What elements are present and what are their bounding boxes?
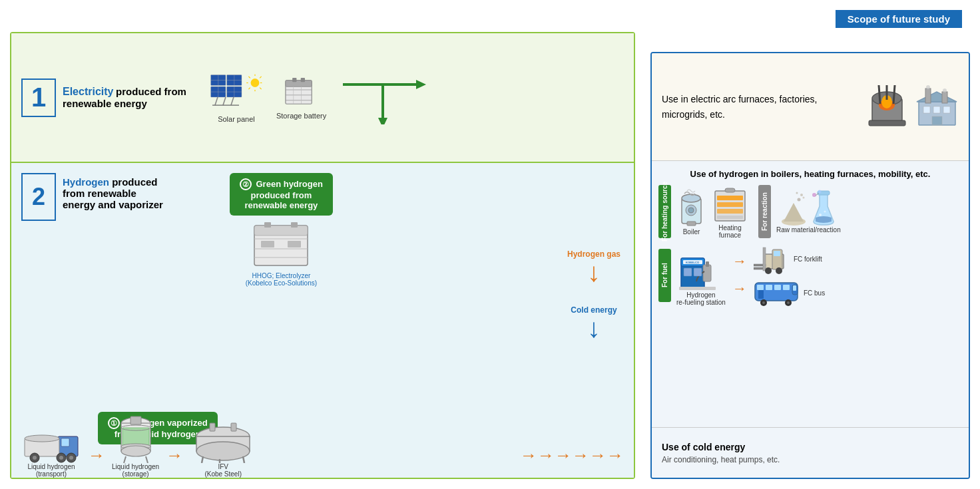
svg-rect-46 [288, 241, 301, 247]
vehicles-column: FC forklift [754, 244, 825, 306]
flask-icon [810, 190, 837, 226]
heating-row: For heating source [658, 184, 962, 239]
bottom-transport-row: Liquid hydrogen(transport) → [11, 413, 634, 478]
svg-rect-26 [286, 81, 312, 86]
boiler-icon [676, 188, 706, 228]
svg-point-55 [69, 456, 73, 460]
section1-number: 1 [21, 79, 56, 117]
svg-point-110 [819, 214, 822, 216]
boiler-label: Boiler [683, 228, 700, 236]
svg-rect-33 [301, 78, 305, 82]
boiler-item: Boiler [676, 188, 706, 236]
svg-point-16 [251, 79, 260, 87]
svg-rect-89 [933, 106, 940, 113]
svg-rect-138 [783, 285, 790, 290]
svg-rect-123 [679, 287, 716, 290]
forklift-item: FC forklift [754, 244, 825, 274]
svg-line-13 [231, 97, 234, 105]
ifv-label: IFV(Kobe Steel) [204, 463, 242, 478]
svg-rect-90 [943, 106, 950, 113]
svg-line-65 [146, 456, 148, 463]
bus-item: FC bus [754, 279, 825, 306]
svg-rect-81 [869, 120, 905, 126]
scope-middle: Use of hydrogen in boilers, heating furn… [652, 161, 969, 428]
svg-rect-63 [130, 416, 141, 424]
svg-point-143 [787, 301, 790, 304]
forklift-icon [754, 244, 790, 274]
svg-rect-101 [717, 216, 743, 219]
svg-point-96 [688, 208, 694, 213]
svg-rect-84 [925, 88, 931, 103]
svg-rect-102 [725, 188, 735, 192]
arrow3: →→→→→→ [263, 445, 624, 466]
svg-rect-134 [793, 285, 796, 291]
svg-point-131 [776, 267, 782, 274]
svg-line-21 [248, 77, 250, 78]
svg-point-86 [926, 85, 930, 89]
factory-icon [915, 85, 959, 128]
hhog-label: HHOG; Electrolyzer(Kobelco Eco-Solutions… [246, 272, 317, 287]
svg-point-93 [682, 194, 700, 202]
svg-line-12 [215, 97, 218, 105]
svg-rect-91 [932, 116, 942, 125]
bus-icon [754, 279, 800, 306]
section1: 1 Electricity produced fromrenewable ene… [11, 33, 634, 163]
svg-rect-44 [291, 222, 298, 228]
svg-rect-98 [717, 196, 743, 200]
scope-top: Use in electric arc furnaces, factories,… [652, 53, 969, 161]
svg-rect-126 [774, 251, 780, 256]
truck-item: Liquid hydrogen(transport) [21, 426, 81, 478]
svg-point-141 [762, 301, 765, 304]
raw-material-item: Raw material/reaction [776, 190, 841, 234]
battery-icon-group: Storage battery [276, 75, 326, 120]
svg-rect-48 [61, 438, 69, 446]
battery-label: Storage battery [276, 112, 326, 120]
section2-title: Hydrogen producedfrom renewableenergy an… [63, 176, 163, 210]
cold-energy-arrow: ↓ [587, 315, 601, 341]
left-section: 1 Electricity produced fromrenewable ene… [10, 32, 635, 479]
station-item: KOBELCO Hydrogenre-fueling station [676, 245, 726, 306]
svg-line-71 [202, 456, 203, 463]
svg-marker-35 [416, 80, 426, 89]
svg-rect-85 [942, 92, 947, 103]
right-section: Use in electric arc furnaces, factories,… [650, 52, 970, 479]
svg-point-113 [818, 190, 821, 194]
svg-rect-137 [774, 285, 781, 290]
scope-top-text: Use in electric arc furnaces, factories,… [662, 92, 859, 122]
svg-point-62 [121, 446, 150, 456]
heating-furnace-label: Heatingfurnace [718, 224, 741, 239]
svg-point-53 [59, 456, 63, 460]
svg-rect-119 [703, 265, 711, 281]
tank-icon [116, 413, 156, 463]
svg-rect-70 [231, 423, 236, 431]
svg-marker-37 [378, 118, 387, 124]
arrow1: → [88, 445, 105, 466]
heating-source-label: For heating source [658, 185, 671, 238]
svg-rect-69 [210, 423, 215, 431]
electrolyzer-icon [248, 219, 314, 272]
svg-marker-104 [784, 203, 804, 222]
svg-marker-83 [917, 92, 957, 102]
arrows-column: Hydrogen gas ↓ Cold energy ↓ [567, 170, 620, 341]
svg-rect-135 [757, 285, 764, 290]
svg-rect-139 [758, 290, 764, 299]
ifv-item: IFV(Kobe Steel) [190, 420, 256, 478]
liquid-h2-transport-label: Liquid hydrogen(transport) [27, 463, 75, 478]
cold-energy-sub: Air conditioning, heat pumps, etc. [662, 455, 959, 464]
t-arrow-icon [343, 71, 436, 124]
svg-rect-94 [687, 222, 696, 226]
svg-point-111 [824, 211, 826, 213]
solar-panel-icon-group: Solar panel [210, 72, 263, 123]
arrow-to-bus: → [732, 280, 747, 297]
svg-line-72 [243, 456, 244, 463]
svg-point-68 [196, 442, 250, 460]
svg-rect-122 [694, 268, 702, 276]
svg-line-14 [223, 97, 226, 105]
scope-middle-title: Use of hydrogen in boilers, heating furn… [658, 169, 962, 179]
section1-arrow [343, 71, 436, 124]
svg-text:KOBELCO: KOBELCO [686, 261, 699, 264]
station-label: Hydrogenre-fueling station [676, 291, 726, 306]
svg-line-24 [248, 88, 250, 89]
svg-rect-129 [763, 247, 766, 271]
section2-number: 2 [21, 173, 56, 221]
